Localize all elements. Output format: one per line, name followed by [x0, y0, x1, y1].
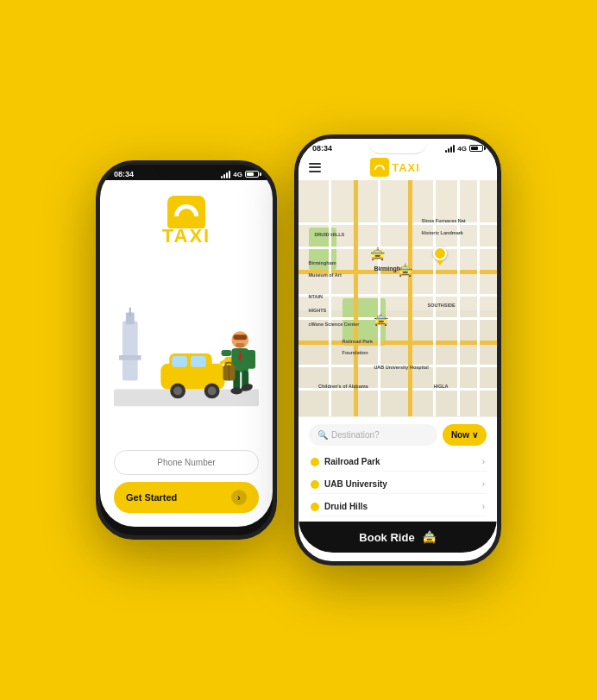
svg-rect-3	[119, 354, 141, 359]
map-car-2: 🚖	[398, 263, 412, 277]
search-icon: 🔍	[317, 430, 328, 440]
location-left-railroad: Railroad Park	[311, 457, 380, 466]
location-arrow-icon-3: ›	[482, 502, 485, 511]
svg-rect-16	[236, 343, 244, 347]
map-pin	[433, 247, 447, 264]
list-item-uab[interactable]: UAB University ›	[309, 475, 487, 494]
right-taxi-text: TAXI	[392, 161, 420, 174]
map-label-higla: HIGLA	[433, 384, 448, 389]
svg-rect-8	[191, 355, 206, 366]
map-label-druid-hills: DRUID HILLS	[314, 232, 344, 237]
bottom-panel: 🔍 Destination? Now ∨ Railroad Park	[298, 416, 497, 553]
road-v4-thick	[408, 180, 412, 416]
road-v6	[457, 180, 460, 416]
road-v5	[433, 180, 436, 416]
destination-placeholder: Destination?	[331, 430, 380, 440]
get-started-label: Get Started	[126, 492, 177, 503]
now-button[interactable]: Now ∨	[443, 424, 487, 446]
destination-input[interactable]: 🔍 Destination?	[309, 424, 437, 446]
left-taxi-logo: TAXI	[162, 196, 211, 247]
map-area: Birmingha DRUID HILLS SOUTHSIDE NTAIN HI…	[298, 180, 497, 416]
left-taxi-logo-icon	[167, 196, 205, 222]
map-label-mcwane: cWane Science Center	[309, 322, 360, 327]
book-ride-bar[interactable]: Book Ride 🚖	[298, 522, 497, 553]
now-label: Now	[451, 430, 469, 440]
map-label-bham-museum: Birmingham	[309, 260, 336, 266]
location-list: Railroad Park › UAB University ›	[309, 453, 487, 516]
location-name-1: Railroad Park	[324, 457, 380, 466]
right-taxi-logo-icon	[370, 158, 389, 177]
map-pin-tail	[437, 260, 443, 266]
svg-rect-27	[247, 350, 255, 369]
svg-rect-2	[129, 307, 131, 316]
map-label-foundation: Foundation	[342, 350, 368, 355]
illustration-area	[114, 254, 259, 447]
road-v2-thick	[354, 180, 358, 416]
left-time: 08:34	[114, 170, 134, 178]
left-phone: 08:34 4G TAXI	[96, 160, 277, 540]
road-v1	[329, 180, 331, 416]
left-screen: TAXI	[100, 180, 273, 527]
left-network-icon: 4G	[233, 171, 242, 178]
svg-rect-15	[233, 334, 247, 340]
right-topbar: TAXI	[298, 154, 497, 180]
svg-point-12	[208, 386, 217, 395]
location-dot-icon-2	[311, 480, 319, 489]
get-started-arrow-icon: ›	[231, 490, 247, 505]
map-label-bham-museum2: Museum of Art	[309, 272, 342, 278]
search-row: 🔍 Destination? Now ∨	[309, 424, 487, 446]
map-car-3: 🚖	[374, 312, 388, 326]
now-chevron-icon: ∨	[472, 430, 478, 440]
map-label-heights: HIGHTS	[309, 308, 327, 313]
location-arrow-icon-2: ›	[482, 479, 485, 489]
location-name-3: Druid Hills	[324, 502, 368, 511]
location-left-uab: UAB University	[311, 479, 387, 489]
left-notch	[156, 165, 217, 180]
location-dot-icon-1	[311, 458, 319, 466]
map-car-1: 🚖	[370, 247, 385, 260]
left-signal-icon	[221, 171, 230, 178]
book-ride-label: Book Ride	[359, 531, 414, 544]
svg-point-21	[230, 387, 242, 394]
left-status-icons: 4G	[221, 171, 259, 178]
map-background: Birmingha DRUID HILLS SOUTHSIDE NTAIN HI…	[298, 180, 497, 416]
map-label-southside: SOUTHSIDE	[428, 303, 456, 308]
map-label-childrens: Children's of Alabama	[318, 384, 368, 389]
road-v3	[378, 180, 380, 416]
list-item-railroad[interactable]: Railroad Park ›	[309, 453, 487, 472]
road-v7	[477, 180, 480, 416]
map-label-mountain: NTAIN	[309, 294, 323, 299]
list-item-druid[interactable]: Druid Hills ›	[309, 497, 487, 516]
right-notch	[368, 139, 428, 154]
right-time: 08:34	[312, 144, 332, 153]
right-phone: 08:34 4G	[294, 134, 501, 566]
right-battery-icon	[469, 145, 483, 152]
right-taxi-logo-arc	[374, 165, 385, 170]
right-status-icons: 4G	[445, 145, 483, 153]
get-started-button[interactable]: Get Started ›	[114, 482, 259, 513]
right-network-icon: 4G	[457, 145, 467, 153]
location-dot-icon-3	[311, 503, 319, 511]
right-screen: TAXI	[298, 154, 497, 553]
left-battery-icon	[245, 171, 259, 178]
location-arrow-icon-1: ›	[482, 457, 485, 466]
svg-point-10	[173, 386, 182, 395]
taxi-illustration	[114, 295, 259, 407]
map-label-uab: UAB University Hospital	[374, 365, 428, 370]
svg-rect-23	[222, 350, 232, 356]
phones-container: 08:34 4G TAXI	[70, 109, 527, 591]
map-label-sloss2: Historic Landmark	[422, 230, 463, 235]
right-taxi-logo: TAXI	[370, 158, 420, 177]
svg-rect-7	[172, 355, 187, 366]
map-label-sloss: Sloss Furnaces Nat	[422, 218, 466, 223]
left-taxi-logo-arc	[174, 204, 198, 216]
location-name-2: UAB University	[324, 479, 387, 489]
location-left-druid: Druid Hills	[311, 502, 368, 511]
map-label-railroad: Railroad Park	[342, 339, 373, 344]
menu-icon[interactable]	[309, 163, 321, 172]
right-signal-icon	[445, 145, 455, 153]
book-ride-car-icon: 🚖	[422, 530, 437, 544]
map-pin-circle	[433, 247, 447, 260]
svg-rect-0	[123, 321, 138, 380]
phone-number-input[interactable]	[114, 450, 259, 475]
